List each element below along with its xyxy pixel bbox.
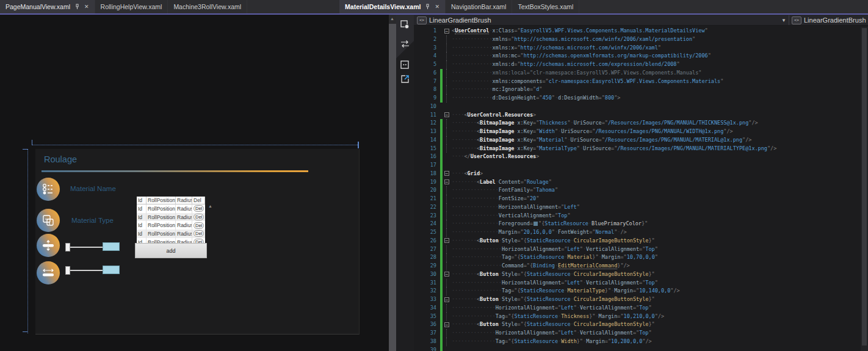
del-button[interactable]: Del <box>193 230 204 237</box>
xaml-design-pane[interactable]: Roulage Material Name Material <box>0 15 389 351</box>
code-line-9[interactable]: 9·············d:DesignHeight="450"·d:Des… <box>414 94 868 103</box>
design-button-width[interactable] <box>37 261 60 284</box>
table-row[interactable]: IdRollPositionRadiusDel <box>137 230 205 238</box>
scrollbar-thumb[interactable] <box>389 24 396 351</box>
code-line-3[interactable]: 3·············xmlns:x="http://schemas.mi… <box>414 44 868 52</box>
xaml-code-editor[interactable]: <> LinearGradientBrush ▼ <> LinearGradie… <box>414 15 868 351</box>
code-line-34[interactable]: 34··············HorizontalAlignment="Lef… <box>414 304 868 313</box>
thickness-textbox[interactable] <box>103 242 120 251</box>
swap-panes-icon[interactable] <box>400 39 410 52</box>
table-row[interactable]: IdRollPositionRadiusDel <box>137 204 205 213</box>
code-line-28[interactable]: 28················Tag="{StaticResource·M… <box>414 253 868 262</box>
tab-pagemanualview-xaml[interactable]: PageManualView.xaml✕ <box>0 0 95 13</box>
design-vertical-scrollbar[interactable]: ▲ <box>389 15 396 351</box>
fold-margin[interactable]: − <box>443 295 452 304</box>
code-line-10[interactable]: 10 <box>414 103 868 111</box>
code-line-36[interactable]: 36−········<Button·Style="{StaticResourc… <box>414 320 868 329</box>
code-text-area[interactable]: 1−<UserControl·x:Class="EasyrollV5.WPF.V… <box>414 27 868 351</box>
fold-margin[interactable]: − <box>443 237 452 245</box>
collapse-box-icon[interactable]: − <box>444 238 449 243</box>
del-button[interactable]: Del <box>193 214 204 220</box>
code-line-16[interactable]: 16····</UserControl.Resources> <box>414 153 868 161</box>
xaml-view-icon[interactable] <box>400 60 410 73</box>
pop-out-icon[interactable] <box>400 73 411 87</box>
design-label-roulage[interactable]: Roulage <box>44 154 77 164</box>
code-line-8[interactable]: 8·············mc:Ignorable="d" <box>414 85 868 94</box>
code-line-17[interactable]: 17 <box>414 161 868 170</box>
code-line-14[interactable]: 14········<BitmapImage·x:Key="Material"·… <box>414 136 868 145</box>
navbar-element-left[interactable]: <> LinearGradientBrush <box>417 15 491 26</box>
collapse-box-icon[interactable]: − <box>444 112 449 117</box>
design-label-material-name[interactable]: Material Name <box>70 185 116 192</box>
navbar-dropdown-chevron-icon[interactable]: ▼ <box>781 15 786 26</box>
tab-materialdetailsview-xaml[interactable]: MaterialDetailsView.xaml✕ <box>339 0 446 13</box>
code-line-23[interactable]: 23···············VerticalAlignment="Top" <box>414 212 868 220</box>
split-view-icon[interactable] <box>400 20 410 32</box>
table-row[interactable]: IdRollPositionRadiusDel <box>137 238 205 243</box>
add-button[interactable]: add <box>135 243 207 258</box>
code-line-24[interactable]: 24···············Foreground="{StaticReso… <box>414 220 868 228</box>
rolls-datagrid[interactable]: IdRollPositionRadiusDelIdRollPositionRad… <box>135 197 207 258</box>
code-line-18[interactable]: 18−····<Grid> <box>414 170 868 178</box>
code-line-2[interactable]: 2·············xmlns="http://schemas.micr… <box>414 35 868 44</box>
width-textbox[interactable] <box>103 266 120 274</box>
tab-textboxstyles-xaml[interactable]: TextBoxStyles.xaml <box>512 0 579 13</box>
collapse-box-icon[interactable]: − <box>444 272 449 277</box>
code-line-5[interactable]: 5·············xmlns:d="http://schemas.mi… <box>414 60 868 69</box>
code-line-22[interactable]: 22···············HorizontalAlignment="Le… <box>414 203 868 212</box>
code-line-32[interactable]: 32················Tag="{StaticResource·M… <box>414 287 868 295</box>
fold-margin[interactable]: − <box>443 111 452 120</box>
code-line-35[interactable]: 35··············Tag="{StaticResource·Thi… <box>414 313 868 321</box>
design-button-thickness[interactable] <box>37 234 60 257</box>
code-line-4[interactable]: 4·············xmlns:mc="http://schemas.o… <box>414 52 868 60</box>
design-button-material[interactable] <box>37 178 60 201</box>
del-button[interactable]: Del <box>193 205 204 212</box>
pin-icon[interactable] <box>425 4 430 10</box>
code-line-1[interactable]: 1−<UserControl·x:Class="EasyrollV5.WPF.V… <box>414 27 868 35</box>
thickness-slider-thumb[interactable] <box>65 243 70 251</box>
code-line-29[interactable]: 29················Command="{Binding·Edit… <box>414 262 868 270</box>
tab-rollinghelpview-xaml[interactable]: RollingHelpView.xaml <box>95 0 168 13</box>
del-button[interactable]: Del <box>193 222 204 229</box>
code-line-30[interactable]: 30−········<Button·Style="{StaticResourc… <box>414 270 868 279</box>
close-icon[interactable]: ✕ <box>84 4 89 10</box>
code-line-7[interactable]: 7·············xmlns:components="clr-name… <box>414 78 868 86</box>
design-button-material-type[interactable] <box>37 209 60 232</box>
collapse-box-icon[interactable]: − <box>444 171 449 176</box>
code-line-26[interactable]: 26−········<Button·Style="{StaticResourc… <box>414 237 868 245</box>
thickness-slider-track[interactable] <box>70 247 103 248</box>
collapse-box-icon[interactable]: − <box>444 297 449 302</box>
design-label-material-type[interactable]: Material Type <box>71 217 114 224</box>
pin-icon[interactable] <box>74 4 80 10</box>
fold-margin[interactable]: − <box>443 170 452 178</box>
code-line-15[interactable]: 15········<BitmapImage·x:Key="MaterialTy… <box>414 145 868 153</box>
code-line-31[interactable]: 31················HorizontalAlignment="L… <box>414 279 868 288</box>
collapse-box-icon[interactable]: − <box>444 29 449 34</box>
code-line-21[interactable]: 21···············FontSize="20" <box>414 195 868 203</box>
fold-margin[interactable]: − <box>443 270 452 279</box>
code-line-39[interactable]: 39 <box>414 346 868 351</box>
table-row[interactable]: IdRollPositionRadiusDel <box>137 221 205 230</box>
code-line-6[interactable]: 6·············xmlns:local="clr-namespace… <box>414 69 868 78</box>
width-slider-thumb[interactable] <box>65 266 70 275</box>
design-surface[interactable]: Roulage Material Name Material <box>35 149 360 335</box>
datagrid-scroll-up-icon[interactable]: ▲ <box>208 204 212 208</box>
tab-machine3rollview-xaml[interactable]: Machine3RollView.xaml <box>168 0 247 13</box>
code-line-25[interactable]: 25···············Margin="20,16,0,0"·Font… <box>414 228 868 237</box>
code-line-37[interactable]: 37··············HorizontalAlignment="Lef… <box>414 329 868 338</box>
scrollbar-up-arrow-icon[interactable]: ▲ <box>390 16 394 21</box>
collapse-box-icon[interactable]: − <box>444 322 449 327</box>
code-line-27[interactable]: 27················HorizontalAlignment="L… <box>414 245 868 254</box>
collapse-box-icon[interactable]: − <box>444 179 449 184</box>
tab-navigationbar-xaml[interactable]: NavigationBar.xaml <box>446 0 512 13</box>
code-line-19[interactable]: 19−········<Label·Content="Roulage" <box>414 178 868 187</box>
code-line-13[interactable]: 13········<BitmapImage·x:Key="Width"·Uri… <box>414 128 868 136</box>
editor-vertical-scrollbar[interactable] <box>861 27 868 351</box>
del-button[interactable]: Del <box>193 239 204 243</box>
table-row[interactable]: IdRollPositionRadiusDel <box>137 213 205 222</box>
code-line-12[interactable]: 12········<BitmapImage·x:Key="Thickness"… <box>414 119 868 128</box>
code-line-38[interactable]: 38··············Tag="{StaticResource·Wid… <box>414 338 868 346</box>
width-slider-track[interactable] <box>70 270 103 271</box>
close-icon[interactable]: ✕ <box>435 4 439 10</box>
navbar-element-right[interactable]: <> LinearGradientBrush <box>792 15 866 26</box>
